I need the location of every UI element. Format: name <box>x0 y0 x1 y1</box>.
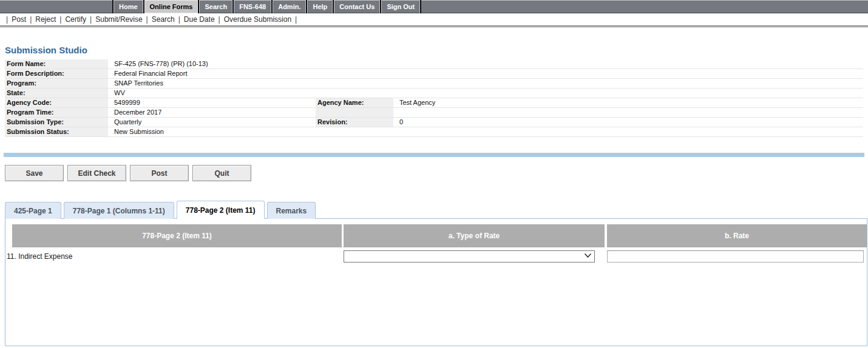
detail-label <box>316 108 393 117</box>
action-certify[interactable]: Certify <box>65 15 86 24</box>
action-due-date[interactable]: Due Date <box>184 15 215 24</box>
nav-item-search[interactable]: Search <box>199 0 232 13</box>
post-button[interactable]: Post <box>130 165 189 181</box>
detail-label: Revision: <box>316 118 393 127</box>
header-type-of-rate: a. Type of Rate <box>344 224 605 247</box>
nav-item-admin[interactable]: Admin. <box>273 0 306 13</box>
detail-label: Program Time: <box>5 108 108 117</box>
detail-value: 5499999 <box>108 98 316 107</box>
header-rate: b. Rate <box>607 224 867 247</box>
nav-item-contact-us[interactable]: Contact Us <box>334 0 380 13</box>
action-overdue-submission[interactable]: Overdue Submission <box>224 15 291 24</box>
action-submit-revise[interactable]: Submit/Revise <box>95 15 142 24</box>
page-title: Submission Studio <box>5 45 868 55</box>
nav-item-help[interactable]: Help <box>307 0 333 13</box>
tab-778-page-1[interactable]: 778-Page 1 (Columns 1-11) <box>64 202 174 219</box>
nav-item-fns-648[interactable]: FNS-648 <box>234 0 271 13</box>
detail-value: 0 <box>393 118 863 127</box>
detail-label: Form Description: <box>5 69 108 78</box>
action-post[interactable]: Post <box>12 15 26 24</box>
type-of-rate-select[interactable] <box>344 250 595 263</box>
separator: | <box>295 15 297 24</box>
separator: | <box>219 15 220 24</box>
separator: | <box>30 15 32 24</box>
header-section-title: 778-Page 2 (Item 11) <box>12 224 342 247</box>
rate-input[interactable] <box>607 250 864 263</box>
detail-label: Submission Type: <box>5 118 108 127</box>
detail-value: Federal Financial Report <box>108 69 863 78</box>
form-tabs: 425-Page 1 778-Page 1 (Columns 1-11) 778… <box>5 200 868 218</box>
detail-value <box>393 108 863 117</box>
detail-value: WV <box>108 89 863 98</box>
type-of-rate-select-wrap <box>344 250 595 263</box>
top-navigation: Home Online Forms Search FNS-648 Admin. … <box>0 0 868 13</box>
edit-check-button[interactable]: Edit Check <box>67 165 126 181</box>
detail-label: Agency Code: <box>5 98 108 107</box>
detail-row-program-time: Program Time: December 2017 <box>5 108 863 118</box>
detail-row-agency-code: Agency Code: 5499999 Agency Name: Test A… <box>5 98 863 108</box>
separator: | <box>59 15 61 24</box>
detail-value: SNAP Territories <box>108 79 863 88</box>
indirect-expense-label: 11. Indirect Expense <box>5 250 344 261</box>
detail-value: Test Agency <box>393 98 863 107</box>
action-reject[interactable]: Reject <box>35 15 56 24</box>
save-button[interactable]: Save <box>5 165 64 181</box>
submission-details-table: Form Name: SF-425 (FNS-778) (PR) (10-13)… <box>5 59 863 137</box>
detail-label: Submission Status: <box>5 127 108 136</box>
blue-divider-bar <box>4 153 864 157</box>
tab-425-page-1[interactable]: 425-Page 1 <box>5 202 61 219</box>
separator: | <box>178 15 180 24</box>
detail-row-form-name: Form Name: SF-425 (FNS-778) (PR) (10-13) <box>5 59 863 69</box>
indirect-expense-row: 11. Indirect Expense <box>5 250 867 263</box>
action-menu: | Post | Reject | Certify | Submit/Revis… <box>0 13 868 25</box>
separator: | <box>146 15 148 24</box>
detail-value: SF-425 (FNS-778) (PR) (10-13) <box>108 59 863 69</box>
detail-row-submission-status: Submission Status: New Submission <box>5 127 863 137</box>
detail-row-submission-type: Submission Type: Quarterly Revision: 0 <box>5 118 863 127</box>
detail-label: Form Name: <box>5 59 108 69</box>
detail-label: Program: <box>5 79 108 88</box>
detail-row-program: Program: SNAP Territories <box>5 79 863 89</box>
nav-item-home[interactable]: Home <box>114 0 143 13</box>
detail-value: New Submission <box>108 127 863 136</box>
tab-remarks[interactable]: Remarks <box>267 202 316 219</box>
form-table-header: 778-Page 2 (Item 11) a. Type of Rate b. … <box>12 224 867 247</box>
quit-button[interactable]: Quit <box>192 165 251 181</box>
nav-item-sign-out[interactable]: Sign Out <box>381 0 420 13</box>
nav-filler-right <box>421 0 868 13</box>
action-search[interactable]: Search <box>152 15 175 24</box>
tab-content-panel: 778-Page 2 (Item 11) a. Type of Rate b. … <box>5 218 867 346</box>
horizontal-divider <box>0 25 868 28</box>
detail-row-state: State: WV <box>5 89 863 98</box>
toolbar: Save Edit Check Post Quit <box>5 165 868 181</box>
tab-778-page-2[interactable]: 778-Page 2 (Item 11) <box>177 201 265 219</box>
nav-filler-left <box>0 0 112 13</box>
nav-item-online-forms[interactable]: Online Forms <box>144 0 198 13</box>
separator: | <box>90 15 92 24</box>
detail-row-form-description: Form Description: Federal Financial Repo… <box>5 69 863 79</box>
detail-label: Agency Name: <box>316 98 393 107</box>
detail-value: Quarterly <box>108 118 316 127</box>
separator: | <box>6 15 8 24</box>
detail-value: December 2017 <box>108 108 316 117</box>
detail-label: State: <box>5 89 108 98</box>
